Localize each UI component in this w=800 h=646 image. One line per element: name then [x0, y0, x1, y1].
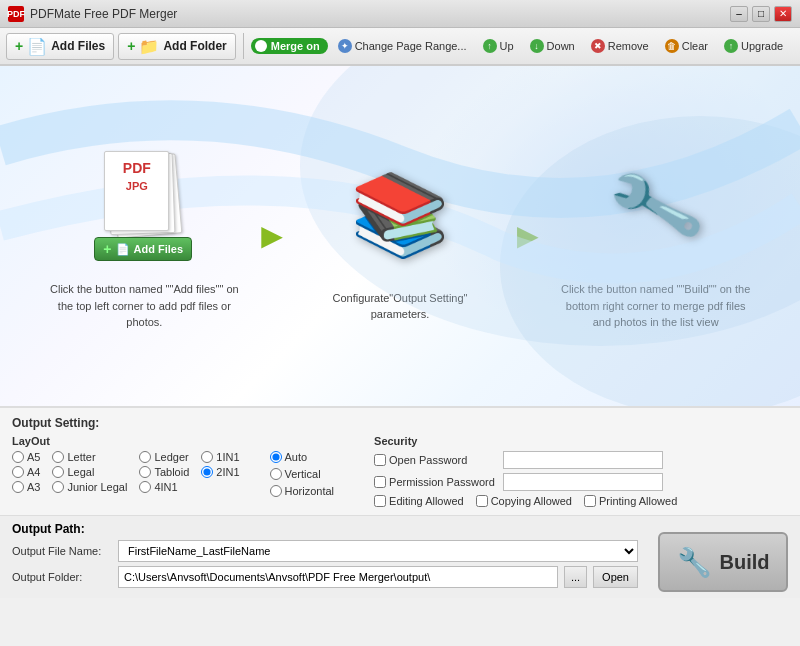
radio-auto[interactable]: Auto — [270, 451, 335, 463]
radio-2in1[interactable]: 2IN1 — [201, 466, 239, 478]
radio-a3-input[interactable] — [12, 481, 24, 493]
plus-icon-2: + — [127, 38, 135, 54]
radio-4in1[interactable]: 4IN1 — [139, 481, 189, 493]
radio-letter-input[interactable] — [52, 451, 64, 463]
folder-input[interactable] — [118, 566, 558, 588]
toggle-dot — [255, 40, 267, 52]
radio-a3[interactable]: A3 — [12, 481, 40, 493]
file-name-row: Output File Name: FirstFileName_LastFile… — [12, 540, 638, 562]
file-name-select[interactable]: FirstFileName_LastFileName — [118, 540, 638, 562]
close-button[interactable]: ✕ — [774, 6, 792, 22]
open-password-input[interactable] — [503, 451, 663, 469]
pdf-page-front: PDF JPG — [104, 151, 169, 231]
security-title: Security — [374, 435, 788, 447]
output-path-area: Output Path: Output File Name: FirstFile… — [0, 515, 800, 598]
app-title: PDFMate Free PDF Merger — [30, 7, 177, 21]
pdf-stack: PDF JPG + 📄 Add Files — [94, 151, 194, 261]
pdf-label: PDF — [123, 160, 151, 176]
editing-label: Editing Allowed — [389, 495, 464, 507]
radio-vertical[interactable]: Vertical — [270, 468, 335, 480]
step-3: 🔧 Click the button named ""Build"" on th… — [556, 141, 756, 331]
radio-a4[interactable]: A4 — [12, 466, 40, 478]
printing-allowed-check[interactable]: Printing Allowed — [584, 495, 677, 507]
upgrade-icon: ↑ — [724, 39, 738, 53]
window-controls: – □ ✕ — [730, 6, 792, 22]
radio-ledger-input[interactable] — [139, 451, 151, 463]
radio-a5[interactable]: A5 — [12, 451, 40, 463]
radio-horizontal-input[interactable] — [270, 485, 282, 497]
open-password-checkbox[interactable] — [374, 454, 386, 466]
clear-icon: 🗑 — [665, 39, 679, 53]
page-range-icon: ✦ — [338, 39, 352, 53]
radio-vertical-input[interactable] — [270, 468, 282, 480]
arrow-1: ► — [254, 215, 290, 257]
remove-icon: ✖ — [591, 39, 605, 53]
layout-grid: A5 Letter Ledger 1IN1 A4 Legal Tabloid 2… — [12, 451, 240, 493]
radio-2in1-input[interactable] — [201, 466, 213, 478]
change-page-range-label: Change Page Range... — [355, 40, 467, 52]
plus-icon: + — [15, 38, 23, 54]
change-page-range-button[interactable]: ✦ Change Page Range... — [332, 37, 473, 55]
build-wrench-icon: 🔧 — [677, 546, 712, 579]
add-files-label: Add Files — [51, 39, 105, 53]
step-2-text: Configurate"Output Setting" parameters. — [300, 290, 500, 323]
merge-toggle[interactable]: Merge on — [251, 38, 328, 54]
copying-checkbox[interactable] — [476, 495, 488, 507]
remove-label: Remove — [608, 40, 649, 52]
browse-button[interactable]: ... — [564, 566, 587, 588]
permission-password-label: Permission Password — [389, 476, 495, 488]
radio-a5-input[interactable] — [12, 451, 24, 463]
radio-legal-input[interactable] — [52, 466, 64, 478]
permission-password-checkbox[interactable] — [374, 476, 386, 488]
maximize-button[interactable]: □ — [752, 6, 770, 22]
minimize-button[interactable]: – — [730, 6, 748, 22]
open-password-check[interactable]: Open Password — [374, 454, 495, 466]
separator-1 — [243, 33, 244, 59]
tools-icon: 🔧 — [603, 155, 708, 257]
radio-4in1-input[interactable] — [139, 481, 151, 493]
main-illustration: PDF JPG + 📄 Add Files Click the button n… — [0, 66, 800, 406]
step1-pdf-icon: 📄 — [116, 243, 130, 256]
step1-add-files-btn[interactable]: + 📄 Add Files — [94, 237, 192, 261]
permission-password-input[interactable] — [503, 473, 663, 491]
radio-ledger[interactable]: Ledger — [139, 451, 189, 463]
radio-a4-input[interactable] — [12, 466, 24, 478]
radio-letter[interactable]: Letter — [52, 451, 127, 463]
orientation-options: Auto Vertical Horizontal — [270, 451, 335, 497]
toolbar: + 📄 Add Files + 📁 Add Folder Merge on ✦ … — [0, 28, 800, 66]
upgrade-button[interactable]: ↑ Upgrade — [718, 37, 789, 55]
settings-row: LayOut A5 Letter Ledger 1IN1 A4 Legal Ta… — [12, 435, 788, 507]
add-folder-label: Add Folder — [163, 39, 226, 53]
down-button[interactable]: ↓ Down — [524, 37, 581, 55]
radio-horizontal[interactable]: Horizontal — [270, 485, 335, 497]
radio-auto-input[interactable] — [270, 451, 282, 463]
layout-section: LayOut A5 Letter Ledger 1IN1 A4 Legal Ta… — [12, 435, 240, 493]
radio-legal[interactable]: Legal — [52, 466, 127, 478]
radio-junior-legal[interactable]: Junior Legal — [52, 481, 127, 493]
output-path-title: Output Path: — [12, 522, 638, 536]
radio-1in1-input[interactable] — [201, 451, 213, 463]
open-password-label: Open Password — [389, 454, 467, 466]
step-2-visual: 📚 — [350, 150, 450, 280]
radio-1in1[interactable]: 1IN1 — [201, 451, 239, 463]
permission-password-check[interactable]: Permission Password — [374, 476, 495, 488]
copying-allowed-check[interactable]: Copying Allowed — [476, 495, 572, 507]
up-button[interactable]: ↑ Up — [477, 37, 520, 55]
build-button[interactable]: 🔧 Build — [658, 532, 788, 592]
add-folder-button[interactable]: + 📁 Add Folder — [118, 33, 236, 60]
editing-allowed-check[interactable]: Editing Allowed — [374, 495, 464, 507]
folder-label: Output Folder: — [12, 571, 112, 583]
remove-button[interactable]: ✖ Remove — [585, 37, 655, 55]
output-settings-area: Output Setting: LayOut A5 Letter Ledger … — [0, 406, 800, 515]
clear-button[interactable]: 🗑 Clear — [659, 37, 714, 55]
path-fields: Output Path: Output File Name: FirstFile… — [12, 522, 638, 592]
open-button[interactable]: Open — [593, 566, 638, 588]
jpg-label: JPG — [126, 180, 148, 192]
radio-tabloid-input[interactable] — [139, 466, 151, 478]
printing-checkbox[interactable] — [584, 495, 596, 507]
radio-junior-legal-input[interactable] — [52, 481, 64, 493]
editing-checkbox[interactable] — [374, 495, 386, 507]
radio-tabloid[interactable]: Tabloid — [139, 466, 189, 478]
arrow-2: ► — [510, 215, 546, 257]
add-files-button[interactable]: + 📄 Add Files — [6, 33, 114, 60]
